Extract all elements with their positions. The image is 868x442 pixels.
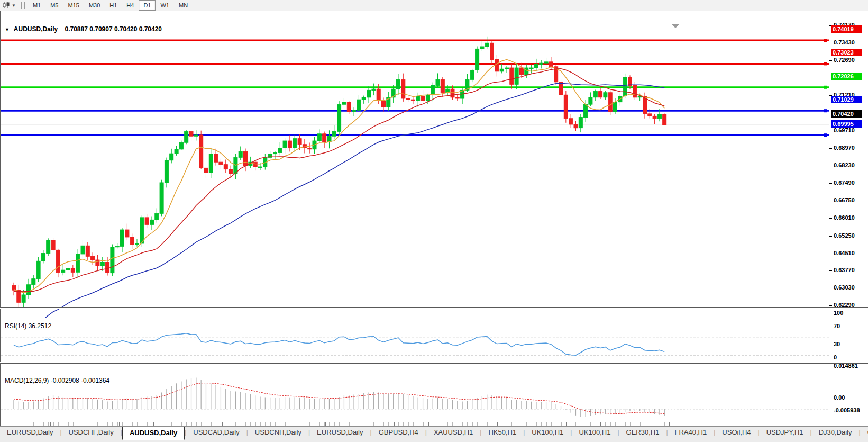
candle-body (61, 270, 65, 273)
chart-tab-hk50-h1[interactable]: HK50,H1 (481, 427, 523, 438)
date-minor-tick (255, 422, 256, 426)
level-line-anchor[interactable] (824, 62, 827, 65)
date-minor-tick (438, 422, 438, 426)
candle-body (27, 285, 31, 295)
timeframe-button-m5[interactable]: M5 (45, 0, 63, 11)
timeframe-button-mn[interactable]: MN (174, 0, 193, 11)
price-tick (829, 131, 832, 131)
chart-tab-usdjpy-h1[interactable]: USDJPY,H1 (760, 427, 810, 438)
chart-tab-xauusd-h1[interactable]: XAUUSD,H1 (427, 427, 480, 438)
candle-body (91, 256, 95, 260)
rsi-scale-label: 30 (834, 341, 840, 347)
level-line-anchor[interactable] (824, 39, 827, 42)
date-minor-tick (467, 422, 468, 426)
timeframe-button-m15[interactable]: M15 (63, 0, 84, 11)
timeframe-button-m30[interactable]: M30 (84, 0, 105, 11)
chart-tab-eurusd-daily[interactable]: EURUSD,Daily (310, 427, 370, 438)
date-minor-tick (581, 422, 581, 426)
price-tick (829, 166, 832, 166)
candlestick-chart-icon[interactable] (2, 2, 11, 9)
chart-tab-usdcnh-daily[interactable]: USDCNH,Daily (248, 427, 308, 438)
candle-body (451, 89, 454, 97)
date-minor-tick (472, 422, 473, 426)
chart-tab-gbpusd-h4[interactable]: GBPUSD,H4 (372, 427, 425, 438)
candle-body (209, 154, 213, 173)
chart-tab-eurusd-daily[interactable]: EURUSD,Daily (0, 427, 60, 438)
price-tick-label: 0.64510 (834, 250, 855, 256)
date-minor-tick (522, 422, 522, 426)
macd-scale-label: -0.005938 (834, 407, 860, 413)
chevron-down-icon[interactable]: ▼ (12, 3, 16, 8)
chart-tab-uk100-h1[interactable]: UK100,H1 (572, 427, 617, 438)
date-minor-tick (319, 422, 320, 426)
main-price-chart[interactable] (1, 23, 830, 318)
chart-tab-dj30-daily[interactable]: DJ30,Daily (812, 427, 859, 438)
top-toolbar: ▼ M1M5M15M30H1H4D1W1MN (0, 0, 868, 11)
candle-body (111, 247, 114, 273)
level-line-anchor[interactable] (824, 109, 827, 112)
level-line-anchor[interactable] (824, 133, 827, 137)
timeframe-button-w1[interactable]: W1 (156, 0, 174, 11)
level-line-anchor[interactable] (824, 86, 827, 89)
timeframe-button-d1[interactable]: D1 (139, 0, 156, 11)
chart-symbol-label: AUDUSD,Daily (14, 25, 58, 33)
date-minor-tick (364, 422, 364, 426)
candle-body (115, 246, 119, 247)
date-minor-tick (260, 422, 261, 426)
chart-tab-fra40-h1[interactable]: FRA40,H1 (668, 427, 714, 438)
candle-body (179, 142, 183, 149)
chart-tab-usdchf-daily[interactable]: USDCHF,Daily (62, 427, 121, 438)
date-minor-tick (83, 422, 83, 426)
candle-body (199, 135, 203, 168)
candle-body (229, 169, 233, 174)
candle-body (382, 101, 386, 106)
candle-body (224, 165, 227, 169)
candle-body (170, 154, 173, 160)
date-minor-tick (177, 422, 177, 426)
chart-tab-uk100-h1[interactable]: UK100,H1 (525, 427, 570, 438)
date-minor-tick (443, 422, 443, 426)
candle-body (219, 162, 223, 165)
date-minor-tick (423, 422, 424, 426)
date-minor-tick (191, 422, 192, 426)
panel-splitter[interactable] (0, 307, 868, 309)
timeframe-button-h4[interactable]: H4 (122, 0, 139, 11)
candle-body (140, 218, 144, 243)
timeframe-button-h1[interactable]: H1 (105, 0, 122, 11)
chart-tab-audusd-daily[interactable]: AUDUSD,Daily (122, 427, 185, 440)
candle-body (540, 63, 543, 64)
candle-body (175, 149, 178, 154)
chart-tab-ger30-h1[interactable]: GER30,H1 (619, 427, 666, 438)
macd-indicator-panel[interactable] (1, 375, 830, 422)
timeframe-button-m1[interactable]: M1 (28, 0, 45, 11)
panel-splitter[interactable] (0, 362, 868, 364)
one-click-trading-arrow[interactable]: ▼ (5, 27, 10, 32)
chart-tab-usoil-h4[interactable]: USOil,H4 (715, 427, 757, 438)
date-minor-tick (226, 422, 226, 426)
candle-body (288, 141, 291, 148)
date-minor-tick (147, 422, 148, 426)
date-minor-tick (398, 422, 399, 426)
toolbar-grip[interactable] (21, 2, 25, 9)
date-minor-tick (615, 422, 616, 426)
date-minor-tick (315, 422, 315, 426)
date-minor-tick (167, 422, 167, 426)
candle-body (421, 96, 425, 101)
date-minor-tick (300, 422, 300, 426)
chart-tab-usdcad-daily[interactable]: USDCAD,Daily (186, 427, 246, 438)
candle-body (155, 213, 159, 220)
candle-body (406, 98, 410, 100)
date-minor-tick (305, 422, 305, 426)
date-minor-tick (482, 422, 482, 426)
rsi-indicator-panel[interactable] (1, 320, 830, 373)
date-minor-tick (29, 422, 29, 426)
candle-body (470, 70, 474, 80)
date-minor-tick (324, 422, 325, 426)
date-minor-tick (556, 422, 556, 426)
chart-shift-marker[interactable] (672, 24, 679, 28)
candle-body (574, 124, 578, 128)
date-minor-tick (250, 422, 251, 426)
chart-tab-china300-h1[interactable]: CHINA300,H1 (861, 427, 868, 438)
rsi-indicator-label: RSI(14) 36.2512 (5, 322, 51, 330)
price-tick-label: 0.63030 (834, 284, 855, 291)
